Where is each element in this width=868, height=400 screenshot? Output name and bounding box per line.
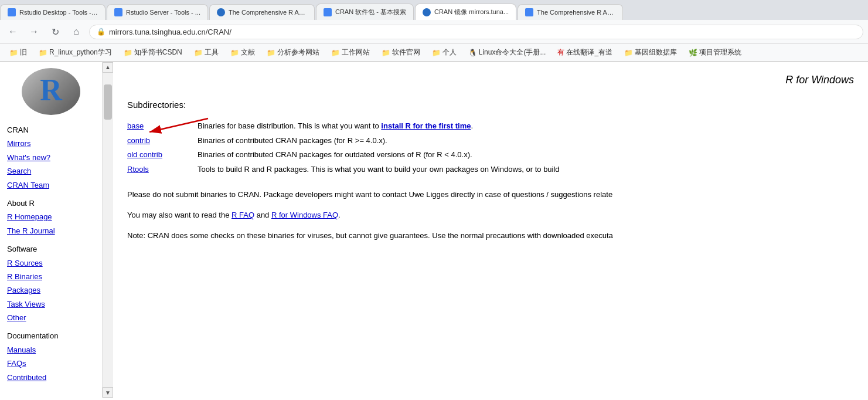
sidebar-item-faqs[interactable]: FAQs xyxy=(7,357,95,370)
bookmark-tools[interactable]: 📁 工具 xyxy=(189,46,223,59)
scroll-track xyxy=(103,73,113,398)
tab-2-favicon xyxy=(114,8,122,16)
sidebar-item-other[interactable]: Other xyxy=(7,311,95,324)
tab-3[interactable]: The Comprehensive R Arch... xyxy=(209,4,315,20)
table-row-base: base xyxy=(127,119,854,134)
sidebar-item-mirrors[interactable]: Mirrors xyxy=(7,137,95,150)
contrib-description: Binaries of contributed CRAN packages (f… xyxy=(198,134,854,148)
bookmark-page-icon-3: 🌿 xyxy=(689,49,697,57)
forward-button[interactable]: → xyxy=(26,23,42,40)
tab-1-label: Rstudio Desktop - Tools - ... xyxy=(19,9,98,16)
rtools-link[interactable]: Rtools xyxy=(127,165,149,174)
tab-2-label: Rstudio Server - Tools - ... xyxy=(126,9,200,16)
bookmarks-bar: 📁 旧 📁 R_linux_python学习 📁 知乎简书CSDN 📁 工具 📁… xyxy=(0,44,868,62)
install-first-time-link[interactable]: install R for the first time xyxy=(381,121,471,130)
table-row-rtools: Rtools Tools to build R and R packages. … xyxy=(127,162,854,177)
subdirectories-table: base xyxy=(127,119,854,177)
paragraph-2-prefix: You may also want to read the xyxy=(127,211,232,219)
bookmark-csdn[interactable]: 📁 知乎简书CSDN xyxy=(119,46,187,59)
old-contrib-description: Binaries of contributed CRAN packages fo… xyxy=(198,148,854,162)
tab-6-label: The Comprehensive R Arch... xyxy=(537,9,615,16)
contrib-link[interactable]: contrib xyxy=(127,136,150,145)
sidebar-item-search[interactable]: Search xyxy=(7,164,95,178)
bookmark-literature[interactable]: 📁 文献 xyxy=(226,46,260,59)
paragraph-3: Note: CRAN does some checks on these bin… xyxy=(127,230,854,242)
browser-chrome: Rstudio Desktop - Tools - ... Rstudio Se… xyxy=(0,0,868,62)
r-logo-letter: R xyxy=(40,75,62,106)
base-description: Binaries for base distribution. This is … xyxy=(198,119,854,134)
tab-3-favicon xyxy=(217,8,225,16)
bookmark-software-label: 软件官网 xyxy=(392,48,420,57)
bookmark-software[interactable]: 📁 软件官网 xyxy=(377,46,425,59)
scroll-down-button[interactable]: ▼ xyxy=(103,387,113,398)
reload-button[interactable]: ↻ xyxy=(47,23,63,40)
address-bar[interactable]: 🔒 mirrors.tuna.tsinghua.edu.cn/CRAN/ xyxy=(89,25,863,39)
base-link-cell: base xyxy=(127,119,198,134)
sidebar-scrollbar[interactable]: ▲ ▼ xyxy=(103,62,113,398)
rtools-description: Tools to build R and R packages. This is… xyxy=(198,162,854,177)
tab-1[interactable]: Rstudio Desktop - Tools - ... xyxy=(0,4,105,20)
tab-4[interactable]: CRAN 软件包 - 基本搜索 xyxy=(316,4,414,20)
bookmark-work-label: 工作网站 xyxy=(342,48,370,57)
base-link-container: base xyxy=(127,120,144,133)
bookmark-tools-label: 工具 xyxy=(205,48,219,57)
paragraph-1: Please do not submit binaries to CRAN. P… xyxy=(127,189,854,201)
bookmark-linux[interactable]: 🐧 Linux命令大全(手册... xyxy=(464,46,551,59)
bookmark-folder-icon-9: 📁 xyxy=(432,49,441,57)
bookmark-analysis[interactable]: 📁 分析参考网站 xyxy=(262,46,324,59)
bookmark-linux-label: Linux命令大全(手册... xyxy=(479,48,546,57)
bookmark-genome[interactable]: 📁 基因组数据库 xyxy=(619,46,682,59)
bookmark-folder-icon: 📁 xyxy=(9,49,18,57)
old-contrib-link-cell: old contrib xyxy=(127,148,198,162)
sidebar-item-r-binaries[interactable]: R Binaries xyxy=(7,270,95,283)
sidebar-item-r-homepage[interactable]: R Homepage xyxy=(7,210,95,223)
r-windows-faq-link[interactable]: R for Windows FAQ xyxy=(271,211,338,219)
base-link[interactable]: base xyxy=(127,121,144,130)
bookmark-page-icon-1: 🐧 xyxy=(468,49,477,57)
bookmark-folder-icon-7: 📁 xyxy=(331,49,340,57)
page-title: R for Windows xyxy=(127,72,854,89)
bookmark-work[interactable]: 📁 工作网站 xyxy=(326,46,375,59)
bookmark-project[interactable]: 🌿 项目管理系统 xyxy=(684,46,746,59)
sidebar-item-cran-team[interactable]: CRAN Team xyxy=(7,178,95,192)
bookmark-folder-icon-5: 📁 xyxy=(230,49,239,57)
sidebar-item-manuals[interactable]: Manuals xyxy=(7,343,95,357)
sidebar-item-contributed[interactable]: Contributed xyxy=(7,371,95,384)
table-row-contrib: contrib Binaries of contributed CRAN pac… xyxy=(127,134,854,148)
tab-2[interactable]: Rstudio Server - Tools - ... xyxy=(107,4,208,20)
bookmark-folder-icon-2: 📁 xyxy=(39,49,47,57)
tab-5-favicon xyxy=(423,8,431,16)
sidebar-item-r-sources[interactable]: R Sources xyxy=(7,256,95,270)
bookmark-literature-label: 文献 xyxy=(241,48,255,57)
tab-5[interactable]: CRAN 镜像 mirrors.tuna... xyxy=(415,4,516,20)
bookmark-old-label: 旧 xyxy=(20,48,27,57)
old-contrib-link[interactable]: old contrib xyxy=(127,150,162,159)
bookmark-folder-icon-3: 📁 xyxy=(124,49,132,57)
back-button[interactable]: ← xyxy=(5,23,21,40)
main-content: R for Windows Subdirectories: base xyxy=(113,62,868,398)
address-text: mirrors.tuna.tsinghua.edu.cn/CRAN/ xyxy=(109,28,856,36)
bookmark-r-python[interactable]: 📁 R_linux_python学习 xyxy=(34,46,117,59)
sidebar-item-task-views[interactable]: Task Views xyxy=(7,297,95,311)
sidebar: R CRAN Mirrors What's new? Search CRAN T… xyxy=(0,62,103,398)
lock-icon: 🔒 xyxy=(97,28,105,36)
bookmark-folder-icon-4: 📁 xyxy=(194,49,203,57)
bookmark-folder-icon-6: 📁 xyxy=(267,49,275,57)
bookmark-genome-label: 基因组数据库 xyxy=(635,48,677,57)
sidebar-item-whats-new[interactable]: What's new? xyxy=(7,151,95,164)
scroll-thumb[interactable] xyxy=(104,84,112,120)
home-button[interactable]: ⌂ xyxy=(68,23,84,40)
scroll-up-button[interactable]: ▲ xyxy=(103,62,113,73)
r-faq-link[interactable]: R FAQ xyxy=(232,211,254,219)
sidebar-item-r-journal[interactable]: The R Journal xyxy=(7,224,95,238)
bookmark-youdao-label: 在线翻译_有道 xyxy=(566,48,612,57)
tab-4-label: CRAN 软件包 - 基本搜索 xyxy=(335,8,406,16)
bookmark-personal[interactable]: 📁 个人 xyxy=(427,46,461,59)
paragraph-2-middle: and xyxy=(254,211,271,219)
cran-label: CRAN xyxy=(7,123,95,137)
bookmark-old[interactable]: 📁 旧 xyxy=(5,46,32,59)
bookmark-youdao[interactable]: 有 在线翻译_有道 xyxy=(553,46,617,59)
sidebar-item-packages[interactable]: Packages xyxy=(7,283,95,297)
tab-bar: Rstudio Desktop - Tools - ... Rstudio Se… xyxy=(0,0,868,20)
tab-6[interactable]: The Comprehensive R Arch... xyxy=(518,4,623,20)
